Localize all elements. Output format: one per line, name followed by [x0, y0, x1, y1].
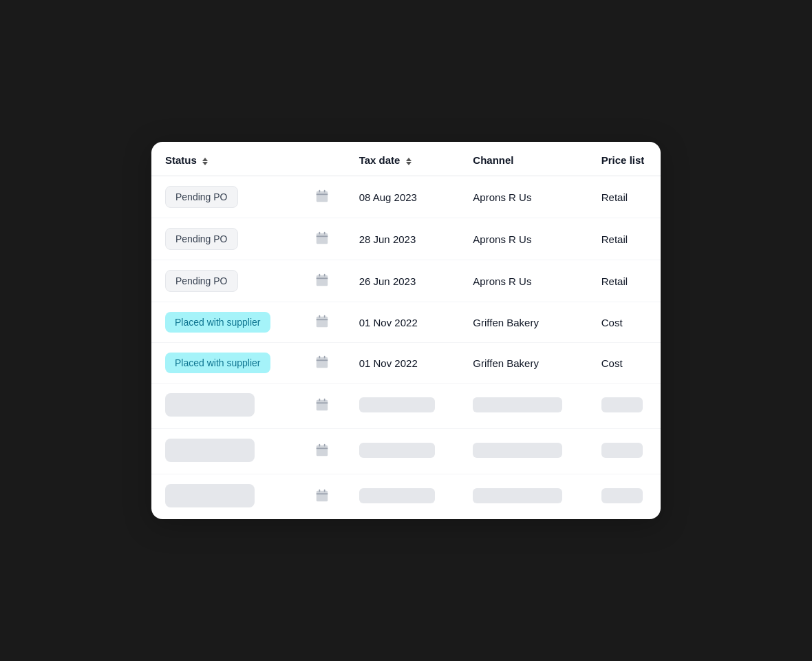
svg-rect-26	[319, 444, 321, 447]
skeleton-date	[359, 397, 435, 412]
svg-rect-1	[317, 193, 328, 195]
svg-rect-28	[317, 491, 328, 502]
calendar-icon	[314, 488, 330, 503]
channel-cell: Aprons R Us	[459, 176, 587, 218]
table-row[interactable]: Pending PO 28 Jun 2023 Aprons R Us Retai…	[151, 218, 661, 260]
price-cell: Cost	[588, 343, 661, 384]
svg-rect-24	[317, 445, 328, 457]
channel-cell: Aprons R Us	[459, 260, 587, 302]
svg-rect-17	[317, 359, 328, 361]
svg-rect-23	[324, 399, 325, 401]
status-cell	[151, 384, 301, 429]
svg-rect-22	[319, 399, 321, 401]
channel-cell	[459, 384, 587, 429]
icon-cell	[301, 302, 345, 343]
skeleton-status	[165, 439, 255, 462]
date-cell: 01 Nov 2022	[345, 343, 460, 384]
icon-cell	[301, 474, 345, 520]
tax-date-sort-icon[interactable]	[406, 158, 412, 165]
table-row[interactable]	[151, 384, 661, 429]
channel-cell: Griffen Bakery	[459, 302, 587, 343]
status-cell: Pending PO	[151, 176, 301, 218]
svg-rect-0	[317, 191, 328, 202]
svg-rect-7	[324, 231, 325, 234]
svg-rect-6	[319, 231, 321, 234]
calendar-icon	[314, 189, 330, 204]
table-row[interactable]: Pending PO 08 Aug 2023 Aprons R Us Retai…	[151, 176, 661, 218]
svg-rect-8	[317, 275, 328, 286]
svg-rect-31	[324, 490, 325, 492]
status-cell: Placed with supplier	[151, 302, 301, 343]
skeleton-date	[359, 488, 435, 503]
table-row[interactable]	[151, 429, 661, 474]
status-cell: Placed with supplier	[151, 343, 301, 384]
svg-rect-10	[319, 273, 321, 276]
date-cell	[345, 474, 460, 520]
status-cell	[151, 474, 301, 520]
price-list-column-header: Price list	[588, 142, 661, 176]
date-cell	[345, 384, 460, 429]
status-column-header[interactable]: Status	[151, 142, 301, 176]
svg-rect-12	[317, 316, 328, 327]
svg-rect-3	[324, 189, 325, 192]
price-cell	[588, 474, 661, 520]
svg-rect-25	[317, 448, 328, 449]
icon-cell	[301, 343, 345, 384]
svg-rect-18	[319, 355, 321, 358]
skeleton-price	[601, 488, 643, 503]
date-cell: 08 Aug 2023	[345, 176, 460, 218]
svg-rect-5	[317, 235, 328, 237]
date-cell: 28 Jun 2023	[345, 218, 460, 260]
price-cell: Cost	[588, 302, 661, 343]
svg-rect-29	[317, 493, 328, 494]
status-badge: Placed with supplier	[165, 353, 270, 373]
channel-cell: Griffen Bakery	[459, 343, 587, 384]
calendar-icon	[314, 231, 330, 246]
date-cell: 01 Nov 2022	[345, 302, 460, 343]
table-header-row: Status Tax date Channel	[151, 142, 661, 176]
calendar-icon	[314, 443, 330, 458]
table-row[interactable]: Placed with supplier 01 Nov 2022 Griffen…	[151, 302, 661, 343]
svg-rect-9	[317, 277, 328, 279]
calendar-icon	[314, 397, 330, 412]
table-card: Status Tax date Channel	[151, 142, 661, 519]
calendar-icon	[314, 355, 330, 370]
svg-rect-19	[324, 355, 325, 358]
date-cell	[345, 429, 460, 474]
status-cell: Pending PO	[151, 218, 301, 260]
status-badge: Pending PO	[165, 270, 238, 292]
svg-rect-13	[317, 319, 328, 320]
date-cell: 26 Jun 2023	[345, 260, 460, 302]
channel-column-header: Channel	[459, 142, 587, 176]
skeleton-price	[601, 443, 643, 458]
channel-cell: Aprons R Us	[459, 218, 587, 260]
svg-rect-16	[317, 357, 328, 368]
table-row[interactable]: Pending PO 26 Jun 2023 Aprons R Us Retai…	[151, 260, 661, 302]
svg-rect-21	[317, 402, 328, 403]
price-cell: Retail	[588, 218, 661, 260]
skeleton-channel	[473, 397, 562, 412]
price-cell: Retail	[588, 176, 661, 218]
skeleton-price	[601, 397, 643, 412]
icon-column-header	[301, 142, 345, 176]
table-row[interactable]: Placed with supplier 01 Nov 2022 Griffen…	[151, 343, 661, 384]
skeleton-channel	[473, 488, 562, 503]
status-cell: Pending PO	[151, 260, 301, 302]
tax-date-column-header[interactable]: Tax date	[345, 142, 460, 176]
price-cell: Retail	[588, 260, 661, 302]
svg-rect-11	[324, 273, 325, 276]
table-row[interactable]	[151, 474, 661, 520]
icon-cell	[301, 176, 345, 218]
channel-cell	[459, 474, 587, 520]
status-sort-icon[interactable]	[202, 158, 208, 165]
skeleton-channel	[473, 443, 562, 458]
icon-cell	[301, 384, 345, 429]
skeleton-status	[165, 393, 255, 417]
status-cell	[151, 429, 301, 474]
orders-table: Status Tax date Channel	[151, 142, 661, 519]
svg-rect-4	[317, 233, 328, 244]
price-cell	[588, 384, 661, 429]
svg-rect-27	[324, 444, 325, 447]
calendar-icon	[314, 314, 330, 329]
skeleton-status	[165, 484, 255, 507]
